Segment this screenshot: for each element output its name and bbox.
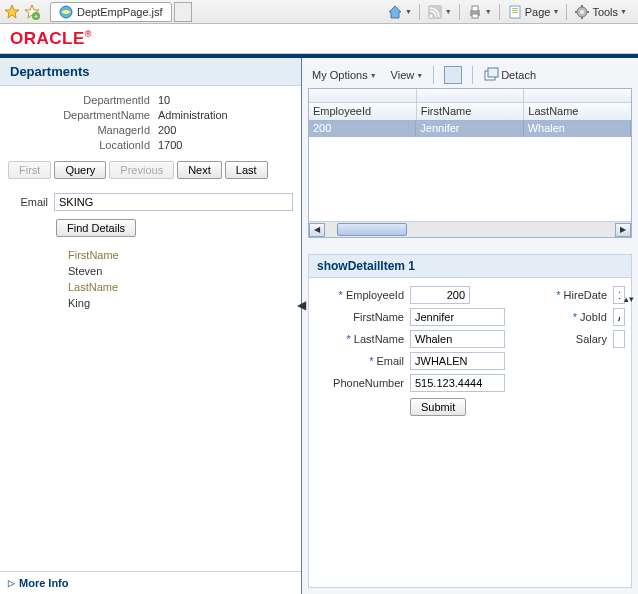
departments-body: DepartmentId 10 DepartmentName Administr… <box>0 86 301 571</box>
previous-button[interactable]: Previous <box>109 161 174 179</box>
svg-rect-12 <box>512 10 518 11</box>
departments-panel: Departments DepartmentId 10 DepartmentNa… <box>0 58 302 594</box>
print-button[interactable]: ▼ <box>464 4 495 20</box>
job-id-label: JobId <box>580 311 607 323</box>
employees-table[interactable]: EmployeeId FirstName LastName 200 Jennif… <box>308 88 632 238</box>
page-menu[interactable]: Page ▼ <box>504 4 563 20</box>
col-first-name[interactable]: FirstName <box>417 103 525 120</box>
detach-button[interactable]: Detach <box>479 65 540 85</box>
found-details: FirstName Steven LastName King <box>8 247 293 311</box>
grid-action-icon <box>444 66 462 84</box>
dept-name-value: Administration <box>158 109 293 121</box>
last-name-form-label: LastName <box>354 333 404 345</box>
tools-menu[interactable]: Tools ▼ <box>571 4 630 20</box>
svg-text:+: + <box>34 13 38 20</box>
splitter-handle-icon[interactable]: ◀ <box>297 298 306 312</box>
col-emp-id[interactable]: EmployeeId <box>309 103 417 120</box>
gear-icon <box>574 4 590 20</box>
departments-title: Departments <box>0 58 301 86</box>
feeds-button[interactable]: ▼ <box>424 4 455 20</box>
svg-rect-9 <box>472 14 478 18</box>
scroll-thumb[interactable] <box>337 223 407 236</box>
home-button[interactable]: ▼ <box>384 4 415 20</box>
last-name-value: King <box>68 295 293 311</box>
svg-point-6 <box>429 14 432 17</box>
page-menu-label: Page <box>525 6 551 18</box>
tab-title: DeptEmpPage.jsf <box>77 6 163 18</box>
tab-strip: DeptEmpPage.jsf <box>44 0 380 23</box>
email-form-label: Email <box>376 355 404 367</box>
last-name-input[interactable] <box>410 330 505 348</box>
table-row[interactable]: 200 Jennifer Whalen <box>309 121 631 137</box>
cell-first-name: Jennifer <box>416 121 523 137</box>
chevron-down-icon: ▼ <box>405 8 412 15</box>
job-id-input[interactable] <box>613 308 625 326</box>
chevron-down-icon: ▼ <box>552 8 559 15</box>
email-form-input[interactable] <box>410 352 505 370</box>
emp-id-input[interactable] <box>410 286 470 304</box>
table-toolbar: My Options ▼ View ▼ Detach <box>308 64 632 86</box>
first-name-value: Steven <box>68 263 293 279</box>
svg-marker-0 <box>5 5 19 18</box>
refresh-button[interactable] <box>440 64 466 86</box>
emp-id-label: EmployeeId <box>346 289 404 301</box>
ie-page-icon <box>59 5 73 19</box>
dept-name-label: DepartmentName <box>8 109 158 121</box>
query-button[interactable]: Query <box>54 161 106 179</box>
app-header: ORACLE® C <box>0 24 638 54</box>
new-tab-button[interactable] <box>174 2 192 22</box>
phone-input[interactable] <box>410 374 505 392</box>
oracle-logo: ORACLE® <box>10 29 92 49</box>
salary-input[interactable] <box>613 330 625 348</box>
dept-id-label: DepartmentId <box>8 94 158 106</box>
collapse-handle-icon[interactable]: ▴▾ <box>624 294 636 306</box>
cell-emp-id: 200 <box>309 121 416 137</box>
email-input[interactable] <box>54 193 293 211</box>
more-info-disclosure[interactable]: ▷ More Info <box>0 571 301 594</box>
svg-rect-11 <box>512 8 518 9</box>
last-name-label: LastName <box>68 279 293 295</box>
scroll-right-icon[interactable]: ▶ <box>615 223 631 237</box>
salary-label: Salary <box>576 333 607 345</box>
detach-icon <box>483 67 499 83</box>
location-id-value: 1700 <box>158 139 293 151</box>
manager-id-label: ManagerId <box>8 124 158 136</box>
submit-button[interactable]: Submit <box>410 398 466 416</box>
more-info-label: More Info <box>19 577 69 589</box>
svg-point-15 <box>580 10 584 14</box>
browser-toolbar: + DeptEmpPage.jsf ▼ ▼ ▼ Page ▼ <box>0 0 638 24</box>
first-name-input[interactable] <box>410 308 505 326</box>
find-details-button[interactable]: Find Details <box>56 219 136 237</box>
chevron-down-icon: ▼ <box>620 8 627 15</box>
first-name-label: FirstName <box>68 247 293 263</box>
table-header: EmployeeId FirstName LastName <box>309 103 631 121</box>
employee-form: * EmployeeId * HireDate FirstName * JobI… <box>308 278 632 588</box>
detail-tab-header[interactable]: showDetailItem 1 <box>308 254 632 278</box>
favorite-star-icon[interactable] <box>4 4 20 20</box>
my-options-menu[interactable]: My Options ▼ <box>308 67 381 83</box>
svg-rect-8 <box>472 6 478 11</box>
svg-rect-13 <box>512 12 518 13</box>
cell-last-name: Whalen <box>524 121 631 137</box>
browser-tab[interactable]: DeptEmpPage.jsf <box>50 2 172 22</box>
tools-menu-label: Tools <box>592 6 618 18</box>
dept-id-value: 10 <box>158 94 293 106</box>
chevron-down-icon: ▼ <box>445 8 452 15</box>
department-fields: DepartmentId 10 DepartmentName Administr… <box>8 94 293 151</box>
last-button[interactable]: Last <box>225 161 268 179</box>
email-row: Email <box>8 193 293 211</box>
chevron-down-icon: ▼ <box>485 8 492 15</box>
first-button[interactable]: First <box>8 161 51 179</box>
svg-rect-21 <box>488 68 498 77</box>
hire-date-label: HireDate <box>564 289 607 301</box>
horizontal-scrollbar[interactable]: ◀ ▶ <box>309 221 631 237</box>
add-favorite-icon[interactable]: + <box>24 4 40 20</box>
col-last-name[interactable]: LastName <box>524 103 631 120</box>
table-body: 200 Jennifer Whalen <box>309 121 631 221</box>
location-id-label: LocationId <box>8 139 158 151</box>
phone-label: PhoneNumber <box>333 377 404 389</box>
view-menu[interactable]: View ▼ <box>387 67 428 83</box>
scroll-left-icon[interactable]: ◀ <box>309 223 325 237</box>
manager-id-value: 200 <box>158 124 293 136</box>
next-button[interactable]: Next <box>177 161 222 179</box>
